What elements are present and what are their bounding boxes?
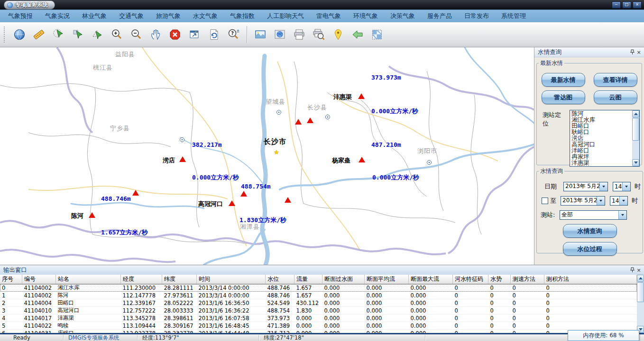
table-row[interactable]: 341104010高冠河口112.75722228.0033332013/1/6… — [0, 307, 637, 314]
range-checkbox[interactable] — [542, 197, 548, 204]
menu-item[interactable]: 旅游气象 — [150, 10, 187, 22]
minimize-button[interactable]: ─ — [612, 1, 621, 9]
close-button[interactable]: × — [633, 1, 642, 9]
table-row[interactable]: 041104002湘江水库111.23000028.2811112013/3/1… — [0, 284, 637, 292]
menu-item[interactable]: 雷电气象 — [310, 10, 347, 22]
scroll-thumb[interactable] — [632, 118, 639, 141]
table-row[interactable]: 441104017沣惠渠113.34527828.3986112013/1/6 … — [0, 314, 637, 322]
station-triangle-marker[interactable] — [295, 119, 302, 125]
print-tool-icon[interactable] — [292, 27, 306, 43]
back-tool-icon[interactable] — [350, 27, 365, 43]
date-from-picker[interactable]: 2013年 5月20日 — [563, 182, 608, 191]
menu-item[interactable]: 林业气象 — [76, 10, 113, 22]
column-header[interactable]: 水位 — [266, 275, 294, 284]
station-triangle-marker[interactable] — [179, 156, 186, 162]
water-level-process-button[interactable]: 水位过程 — [563, 242, 617, 256]
stop-tool-icon[interactable] — [168, 27, 182, 43]
scroll-up-icon[interactable] — [632, 110, 639, 117]
latest-water-button[interactable]: 最新水情 — [542, 73, 585, 87]
station-triangle-marker[interactable] — [358, 93, 365, 99]
column-header[interactable]: 站名 — [56, 275, 121, 284]
hour-from-dropdown-icon[interactable] — [622, 182, 630, 191]
zoom-out-tool-icon[interactable] — [129, 27, 143, 43]
menu-item[interactable]: 服务产品 — [421, 10, 458, 22]
station-list-item[interactable]: 沣惠渠 — [570, 160, 632, 166]
station-triangle-marker[interactable] — [359, 157, 365, 162]
print-preview-tool-icon[interactable] — [312, 27, 326, 43]
column-header[interactable]: 流量 — [294, 275, 322, 284]
column-header[interactable]: 时间 — [197, 275, 266, 284]
station-listbox[interactable]: 陈河湘江水库田峪口耿峪口涝店高冠河口沣峪口冉家坪沣惠渠 — [570, 110, 640, 167]
column-header[interactable]: 河水特征码 — [453, 275, 488, 284]
menu-item[interactable]: 气象实况 — [39, 10, 76, 22]
column-header[interactable]: 测积方法 — [544, 275, 637, 284]
full-extent-tool-icon[interactable] — [187, 27, 202, 43]
select-arrow-tool-icon[interactable] — [71, 27, 85, 43]
scroll-down-icon[interactable] — [632, 159, 639, 166]
column-header[interactable]: 纬度 — [162, 275, 197, 284]
column-header[interactable]: 测速方法 — [511, 275, 544, 284]
hour-to-dropdown-icon[interactable] — [619, 197, 627, 205]
table-row[interactable]: 641104031库峪口112.92277828.2327782013/1/6 … — [0, 330, 637, 333]
pan-tool-icon[interactable] — [148, 27, 163, 43]
select-lasso-tool-icon[interactable] — [90, 27, 104, 43]
date-to-dropdown-icon[interactable] — [597, 197, 605, 205]
select-feature-tool-icon[interactable] — [51, 27, 65, 43]
globe-tool-icon[interactable] — [12, 27, 27, 43]
output-scroll-up-icon[interactable] — [637, 275, 644, 282]
menu-item[interactable]: 日常发布 — [458, 10, 495, 22]
menu-item[interactable]: 环境气象 — [347, 10, 384, 22]
station-triangle-marker[interactable] — [285, 197, 291, 203]
table-row[interactable]: 541104022鸣犊113.10944428.3091672013/1/6 1… — [0, 322, 637, 330]
view-details-button[interactable]: 查看详情 — [594, 73, 637, 87]
column-header[interactable]: 编号 — [22, 275, 56, 284]
station-triangle-marker[interactable] — [132, 190, 139, 196]
column-header[interactable]: 序号 — [0, 275, 22, 284]
column-header[interactable]: 断面最大流 — [409, 275, 453, 284]
toolbar-grip[interactable] — [4, 27, 6, 43]
pin-icon[interactable] — [629, 49, 635, 55]
world-image-tool-icon[interactable] — [273, 27, 287, 43]
zoom-in-tool-icon[interactable] — [110, 27, 124, 43]
column-header[interactable]: 断面平均流 — [365, 275, 409, 284]
date-to-picker[interactable]: 2013年 5月20日 — [561, 196, 605, 206]
output-pin-icon[interactable] — [629, 267, 635, 273]
export-image-tool-icon[interactable] — [253, 27, 267, 43]
menu-item[interactable]: 气象指数 — [224, 10, 261, 22]
station-triangle-marker[interactable] — [229, 200, 235, 206]
identify-tool-icon[interactable]: ?± — [226, 27, 240, 43]
hour-from-picker[interactable]: 14 — [613, 182, 631, 191]
menu-item[interactable]: 气象预报 — [2, 10, 39, 22]
app-tab[interactable]: 专项服务系统 — [4, 0, 55, 9]
overview-map-tool-icon[interactable] — [370, 27, 384, 43]
maximize-button[interactable]: □ — [622, 1, 631, 9]
station-triangle-marker[interactable] — [89, 212, 95, 218]
menu-item[interactable]: 系统管理 — [495, 10, 532, 22]
locate-pin-tool-icon[interactable] — [331, 27, 345, 43]
menu-item[interactable]: 交通气象 — [113, 10, 150, 22]
output-close-icon[interactable]: × — [635, 267, 642, 273]
output-scrollbar[interactable] — [637, 275, 644, 333]
output-scroll-thumb[interactable] — [637, 282, 644, 302]
table-row[interactable]: 241104004田峪口112.33916728.0522222013/1/6 … — [0, 299, 637, 307]
column-header[interactable]: 经度 — [121, 275, 162, 284]
station-list-scrollbar[interactable] — [632, 110, 639, 166]
column-header[interactable]: 水势 — [488, 275, 511, 284]
cloud-image-button[interactable]: 云图 — [594, 90, 637, 104]
panel-close-icon[interactable]: × — [635, 49, 642, 55]
menu-item[interactable]: 决策气象 — [384, 10, 421, 22]
station-triangle-marker[interactable] — [240, 191, 247, 197]
date-from-dropdown-icon[interactable] — [599, 182, 607, 191]
hour-to-picker[interactable]: 14 — [610, 196, 628, 206]
menu-item[interactable]: 人工影响天气 — [261, 10, 310, 22]
menu-item[interactable]: 水文气象 — [187, 10, 224, 22]
water-query-button[interactable]: 水情查询 — [563, 224, 617, 238]
column-header[interactable]: 断面过水面 — [322, 275, 365, 284]
radar-image-button[interactable]: 雷达图 — [542, 90, 585, 104]
table-row[interactable]: 141104002陈河112.14777827.9736112013/3/14 … — [0, 292, 637, 299]
measure-tool-icon[interactable] — [32, 27, 46, 43]
station-triangle-marker[interactable] — [307, 117, 313, 123]
map-canvas[interactable]: 益阳县桃江县宁乡县望城县长沙县浏阳市湘潭县373.973m0.000立方米/秒4… — [0, 47, 534, 265]
station-select[interactable]: 全部 — [560, 210, 627, 220]
station-dropdown-icon[interactable] — [618, 211, 626, 219]
